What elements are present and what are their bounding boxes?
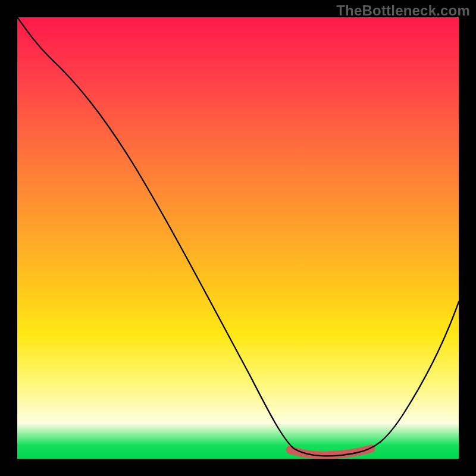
chart-frame: TheBottleneck.com [0,0,476,476]
watermark-text: TheBottleneck.com [336,2,470,19]
curve-svg [17,17,459,459]
plot-area [17,17,459,459]
bottleneck-curve [17,17,459,456]
